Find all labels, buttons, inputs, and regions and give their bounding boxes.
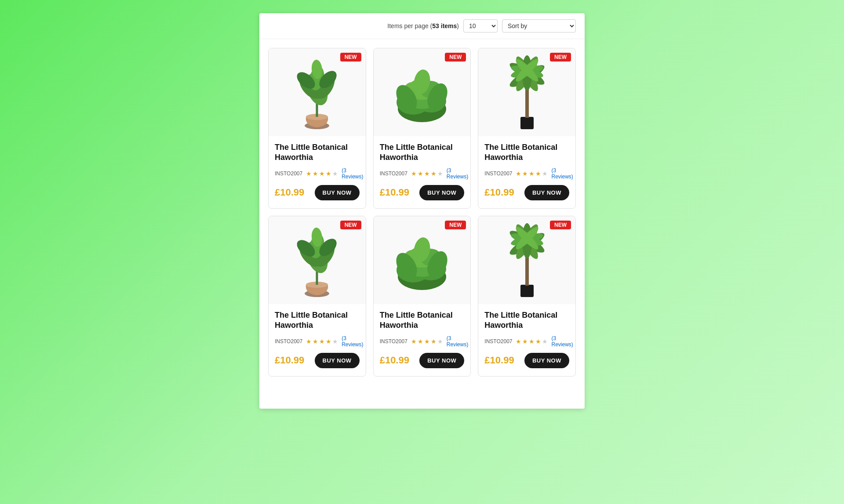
product-info: The Little Botanical Haworthia INSTO2007… bbox=[374, 304, 471, 376]
product-info: The Little Botanical Haworthia INSTO2007… bbox=[478, 304, 575, 376]
product-footer: £10.99 BUY NOW bbox=[380, 353, 465, 370]
star-filled: ★ bbox=[424, 338, 430, 345]
product-name: The Little Botanical Haworthia bbox=[380, 310, 465, 331]
product-image-wrapper: NEW bbox=[478, 48, 575, 136]
star-filled: ★ bbox=[319, 170, 325, 177]
product-image-wrapper: NEW bbox=[478, 216, 575, 304]
star-rating: ★★★★★ bbox=[516, 338, 548, 345]
star-filled: ★ bbox=[418, 338, 423, 345]
star-filled: ★ bbox=[516, 338, 521, 345]
reviews-count: (3 Reviews) bbox=[342, 335, 363, 348]
star-rating: ★★★★★ bbox=[306, 338, 338, 345]
product-price: £10.99 bbox=[484, 187, 514, 198]
reviews-count: (3 Reviews) bbox=[447, 167, 468, 180]
star-empty: ★ bbox=[332, 338, 338, 345]
star-filled: ★ bbox=[326, 170, 331, 177]
product-sku: INSTO2007 bbox=[484, 170, 512, 177]
reviews-count: (3 Reviews) bbox=[447, 335, 468, 348]
star-filled: ★ bbox=[535, 338, 541, 345]
product-meta: INSTO2007 ★★★★★ (3 Reviews) bbox=[380, 167, 465, 180]
new-badge: NEW bbox=[340, 53, 361, 62]
plant-illustration bbox=[391, 220, 453, 301]
per-page-select[interactable]: 10 20 50 100 bbox=[463, 19, 498, 33]
product-name: The Little Botanical Haworthia bbox=[484, 310, 569, 331]
sort-by-select[interactable]: Sort by Price: Low to High Price: High t… bbox=[502, 19, 576, 33]
star-filled: ★ bbox=[411, 338, 417, 345]
product-price: £10.99 bbox=[380, 355, 409, 366]
star-empty: ★ bbox=[542, 170, 548, 177]
buy-now-button[interactable]: BUY NOW bbox=[524, 353, 569, 368]
product-card: NEW The Little Botanical Haworthia INSTO… bbox=[373, 48, 471, 209]
plant-illustration bbox=[286, 220, 348, 301]
product-name: The Little Botanical Haworthia bbox=[484, 142, 569, 163]
star-empty: ★ bbox=[332, 170, 338, 177]
star-rating: ★★★★★ bbox=[306, 170, 338, 177]
product-sku: INSTO2007 bbox=[484, 338, 512, 344]
reviews-count: (3 Reviews) bbox=[551, 167, 573, 180]
star-filled: ★ bbox=[522, 338, 528, 345]
product-sku: INSTO2007 bbox=[275, 170, 302, 177]
buy-now-button[interactable]: BUY NOW bbox=[524, 185, 569, 200]
product-meta: INSTO2007 ★★★★★ (3 Reviews) bbox=[380, 335, 465, 348]
star-empty: ★ bbox=[437, 170, 443, 177]
star-filled: ★ bbox=[522, 170, 528, 177]
product-meta: INSTO2007 ★★★★★ (3 Reviews) bbox=[275, 335, 360, 348]
buy-now-button[interactable]: BUY NOW bbox=[419, 353, 464, 368]
star-filled: ★ bbox=[516, 170, 521, 177]
product-card: NEW The Little Botanical Haworthia INSTO… bbox=[268, 48, 366, 209]
items-per-page-label: Items per page (53 items) bbox=[387, 22, 459, 29]
product-image-wrapper: NEW bbox=[269, 48, 366, 136]
plant-illustration bbox=[496, 52, 558, 133]
buy-now-button[interactable]: BUY NOW bbox=[315, 185, 360, 200]
product-card: NEW The Little Botanical Haworthia I bbox=[478, 216, 576, 377]
star-filled: ★ bbox=[319, 338, 325, 345]
product-info: The Little Botanical Haworthia INSTO2007… bbox=[269, 304, 366, 376]
product-info: The Little Botanical Haworthia INSTO2007… bbox=[478, 136, 575, 208]
product-meta: INSTO2007 ★★★★★ (3 Reviews) bbox=[484, 335, 569, 348]
star-filled: ★ bbox=[306, 170, 312, 177]
star-empty: ★ bbox=[437, 338, 443, 345]
buy-now-button[interactable]: BUY NOW bbox=[315, 353, 360, 368]
product-meta: INSTO2007 ★★★★★ (3 Reviews) bbox=[484, 167, 569, 180]
buy-now-button[interactable]: BUY NOW bbox=[419, 185, 464, 200]
new-badge: NEW bbox=[550, 53, 571, 62]
star-rating: ★★★★★ bbox=[411, 170, 443, 177]
plant-illustration bbox=[496, 220, 558, 301]
svg-rect-22 bbox=[520, 117, 534, 129]
svg-rect-56 bbox=[520, 285, 534, 297]
star-filled: ★ bbox=[411, 170, 417, 177]
product-sku: INSTO2007 bbox=[380, 338, 407, 344]
star-filled: ★ bbox=[306, 338, 312, 345]
product-info: The Little Botanical Haworthia INSTO2007… bbox=[374, 136, 471, 208]
star-filled: ★ bbox=[418, 170, 423, 177]
product-footer: £10.99 BUY NOW bbox=[380, 185, 465, 202]
star-filled: ★ bbox=[529, 338, 535, 345]
items-count: 53 items bbox=[432, 22, 457, 29]
product-footer: £10.99 BUY NOW bbox=[275, 353, 360, 370]
new-badge: NEW bbox=[445, 53, 466, 62]
product-sku: INSTO2007 bbox=[275, 338, 302, 344]
plant-illustration bbox=[391, 52, 453, 133]
product-info: The Little Botanical Haworthia INSTO2007… bbox=[269, 136, 366, 208]
product-card: NEW The Little Botanical Haworthia INSTO… bbox=[268, 216, 366, 377]
star-filled: ★ bbox=[431, 170, 437, 177]
product-footer: £10.99 BUY NOW bbox=[484, 353, 569, 370]
star-filled: ★ bbox=[313, 170, 318, 177]
new-badge: NEW bbox=[340, 221, 361, 229]
product-card: NEW The Little Botanical Haworthia INSTO… bbox=[373, 216, 471, 377]
products-grid: NEW The Little Botanical Haworthia INSTO… bbox=[259, 39, 585, 385]
product-name: The Little Botanical Haworthia bbox=[275, 142, 360, 163]
star-rating: ★★★★★ bbox=[411, 338, 443, 345]
reviews-count: (3 Reviews) bbox=[551, 335, 573, 348]
product-image-wrapper: NEW bbox=[374, 48, 471, 136]
star-filled: ★ bbox=[529, 170, 535, 177]
main-container: Items per page (53 items) 10 20 50 100 S… bbox=[259, 13, 585, 409]
product-footer: £10.99 BUY NOW bbox=[275, 185, 360, 202]
star-filled: ★ bbox=[535, 170, 541, 177]
new-badge: NEW bbox=[550, 221, 571, 229]
product-price: £10.99 bbox=[380, 187, 409, 198]
product-name: The Little Botanical Haworthia bbox=[380, 142, 465, 163]
plant-illustration bbox=[286, 52, 348, 133]
product-image-wrapper: NEW bbox=[374, 216, 471, 304]
product-price: £10.99 bbox=[275, 187, 304, 198]
